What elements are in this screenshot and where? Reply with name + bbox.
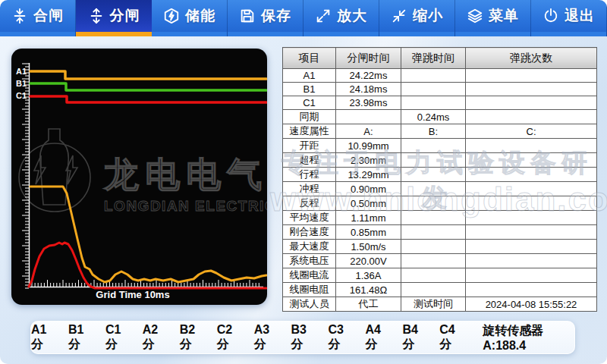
- trace-label-a1: A1: [16, 67, 30, 76]
- table-cell: [466, 110, 597, 124]
- table-cell: 测试人员: [283, 297, 336, 312]
- tab-open[interactable]: 分闸: [76, 0, 152, 36]
- table-cell: 24.18ms: [336, 83, 401, 96]
- tab-exit[interactable]: 退出: [531, 0, 607, 36]
- table-row: 速度属性A:B:C:: [283, 124, 597, 139]
- close-arrows-icon: [11, 8, 28, 24]
- table-cell: [466, 96, 597, 110]
- table-cell: 开距: [283, 139, 336, 153]
- table-cell: 同期: [283, 110, 336, 124]
- table-cell: 反程: [283, 196, 336, 211]
- table-cell: [466, 83, 597, 96]
- table-row: 平均速度1.11mm: [283, 211, 597, 225]
- phase-status-item: B2 分: [180, 323, 206, 353]
- grid-time-label: Grid Time 10ms: [64, 289, 201, 300]
- tab-zoom-out[interactable]: 缩小: [379, 0, 455, 36]
- results-table: 项目分闸时间弹跳时间弹跳次数 A124.22msB124.18msC123.98…: [282, 47, 597, 312]
- phase-status-item: C2 分: [217, 323, 244, 353]
- table-cell: 10.99mm: [336, 139, 401, 153]
- phase-status-item: B3 分: [291, 323, 318, 353]
- table-header-row: 项目分闸时间弹跳时间弹跳次数: [283, 48, 597, 69]
- table-cell: [466, 268, 597, 283]
- table-cell: [466, 168, 597, 182]
- C1-contact-state: [30, 96, 266, 102]
- open-arrows-icon: [88, 8, 105, 24]
- table-cell: 13.29mm: [336, 168, 401, 182]
- table-row: 反程0.50mm: [283, 196, 597, 211]
- tab-label: 储能: [185, 6, 215, 26]
- table-cell: 行程: [283, 168, 336, 182]
- tab-underline: [304, 32, 379, 36]
- table-cell: 平均速度: [283, 211, 336, 225]
- tab-zoom-in[interactable]: 放大: [304, 0, 379, 36]
- tab-close[interactable]: 合闸: [0, 0, 76, 36]
- results-table-body: A124.22msB124.18msC123.98ms同期0.24ms速度属性A…: [283, 69, 597, 312]
- results-table-wrap: 项目分闸时间弹跳时间弹跳次数 A124.22msB124.18msC123.98…: [282, 47, 596, 312]
- phase-status-item: A3 分: [254, 323, 281, 353]
- tab-label: 分闸: [110, 6, 140, 26]
- table-cell: 1.36A: [336, 268, 401, 283]
- app-window: 合闸分闸储能保存放大缩小菜单退出 龙电电气 LONGDIAN ELECTRIC …: [0, 0, 607, 364]
- travel-curve: [30, 187, 266, 282]
- table-header-cell: 分闸时间: [336, 48, 401, 69]
- A1-contact-state: [30, 71, 266, 79]
- phase-status-item: A4 分: [365, 323, 392, 353]
- tab-label: 缩小: [413, 6, 443, 26]
- table-cell: A:: [336, 124, 401, 139]
- table-row: B124.18ms: [283, 83, 597, 96]
- table-cell: [466, 69, 597, 83]
- trace-label-c1: C1: [16, 91, 30, 100]
- table-cell: B:: [401, 124, 466, 139]
- tab-label: 退出: [565, 6, 595, 26]
- table-cell: 23.98ms: [336, 96, 401, 110]
- table-cell: [401, 211, 466, 225]
- table-cell: [336, 110, 401, 124]
- table-cell: 线圈电流: [283, 268, 336, 283]
- table-cell: 0.24ms: [401, 110, 466, 124]
- oscillogram-plot: [11, 49, 267, 305]
- tab-underline: [76, 32, 152, 36]
- zoom-out-icon: [391, 8, 407, 24]
- table-cell: [466, 153, 597, 168]
- table-cell: [466, 225, 597, 240]
- tab-save[interactable]: 保存: [228, 0, 304, 36]
- table-cell: [401, 139, 466, 153]
- table-cell: 最大速度: [283, 240, 336, 254]
- table-cell: [401, 268, 466, 283]
- tab-menu[interactable]: 菜单: [455, 0, 531, 36]
- energy-icon: [163, 8, 180, 24]
- tab-underline: [228, 32, 303, 36]
- table-row: C123.98ms: [283, 96, 597, 110]
- table-row: 行程13.29mm: [283, 168, 597, 182]
- table-cell: [401, 254, 466, 268]
- tab-bar: 合闸分闸储能保存放大缩小菜单退出: [0, 0, 607, 36]
- table-cell: [401, 240, 466, 254]
- zoom-in-icon: [315, 8, 332, 24]
- table-cell: 刚合速度: [283, 225, 336, 240]
- table-row: 开距10.99mm: [283, 139, 597, 153]
- table-cell: [401, 168, 466, 182]
- phase-status-item: B4 分: [402, 323, 429, 353]
- table-cell: [466, 283, 597, 297]
- power-icon: [543, 8, 559, 24]
- tab-store-energy[interactable]: 储能: [152, 0, 228, 36]
- table-row: 冲程0.90mm: [283, 182, 597, 196]
- table-cell: [401, 69, 466, 83]
- table-row: 最大速度1.50m/s: [283, 240, 597, 254]
- table-cell: 测试时间: [401, 297, 466, 312]
- table-cell: 161.48Ω: [336, 283, 401, 297]
- table-row: 线圈电阻161.48Ω: [283, 283, 597, 297]
- table-cell: 代工: [336, 297, 401, 312]
- table-cell: [401, 96, 466, 110]
- table-row: 线圈电流1.36A: [283, 268, 597, 283]
- phase-status-bar: A1 分B1 分C1 分A2 分B2 分C2 分A3 分B3 分C3 分A4 分…: [30, 321, 575, 354]
- trace-label-b1: B1: [16, 79, 30, 88]
- table-header-cell: 项目: [283, 48, 336, 69]
- oscillogram-panel: 龙电电气 LONGDIAN ELECTRIC A1B1C1 Grid Time …: [11, 49, 267, 305]
- table-cell: [466, 240, 597, 254]
- table-row: 超程2.30mm: [283, 153, 597, 168]
- table-cell: 冲程: [283, 182, 336, 196]
- tab-underline: [152, 32, 227, 36]
- table-cell: 系统电压: [283, 254, 336, 268]
- table-cell: 超程: [283, 153, 336, 168]
